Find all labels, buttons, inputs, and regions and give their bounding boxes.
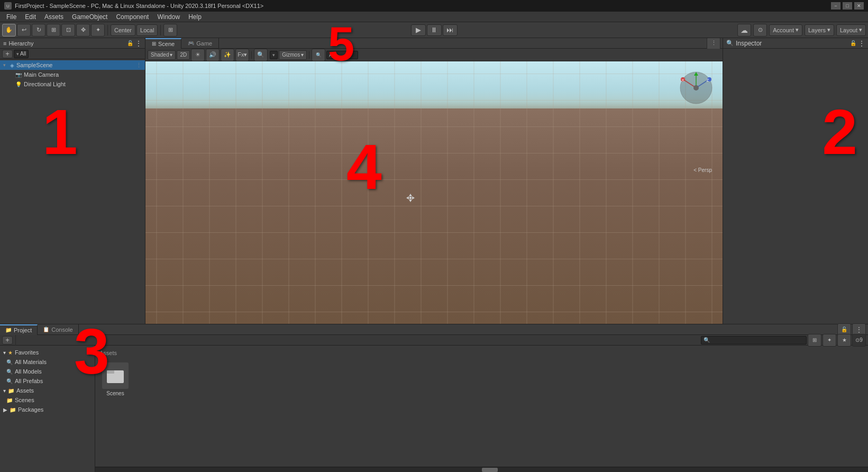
scene-toolbar: Shaded ▾ 2D ☀ 🔊 ✨ Fx▾ 🔍 ▾ Gizmos bbox=[145, 49, 723, 61]
maximize-button[interactable]: □ bbox=[843, 2, 852, 10]
all-models-label: All Models bbox=[15, 368, 42, 375]
project-add-btn[interactable]: + bbox=[2, 336, 13, 344]
toolbar-local-toggle[interactable]: Local bbox=[136, 24, 158, 36]
assets-scrollbar[interactable] bbox=[95, 467, 868, 472]
hierarchy-add-btn[interactable]: + bbox=[2, 50, 13, 58]
hierarchy-item-samplescene[interactable]: ▾ ◈ SampleScene ⋮ bbox=[0, 60, 145, 70]
menu-file[interactable]: File bbox=[2, 12, 21, 22]
account-label: Account bbox=[773, 27, 794, 33]
tab-console[interactable]: 📋 Console bbox=[38, 324, 78, 335]
search-materials-icon: 🔍 bbox=[6, 359, 13, 365]
step-button[interactable]: ⏭ bbox=[443, 24, 458, 36]
move-indicator bbox=[405, 193, 416, 205]
label-2: 2 bbox=[822, 95, 857, 168]
svg-text:Z: Z bbox=[707, 78, 709, 83]
inspector-more-icon[interactable]: ⋮ bbox=[858, 40, 865, 47]
hierarchy-panel: ≡ Hierarchy 🔓 ⋮ + ▾ All ▾ ◈ SampleScene … bbox=[0, 38, 145, 324]
audio-btn[interactable]: 🔊 bbox=[206, 49, 220, 61]
project-search-settings[interactable]: ⊞ bbox=[808, 334, 821, 347]
menu-help[interactable]: Help bbox=[184, 12, 206, 22]
gizmos-btn[interactable]: Gizmos ▾ bbox=[279, 50, 307, 60]
fx-dropdown[interactable]: Fx▾ bbox=[235, 49, 249, 61]
close-button[interactable]: ✕ bbox=[854, 2, 864, 10]
toolbar-hand-tool[interactable]: ✋ bbox=[2, 24, 16, 37]
scene-more-btn[interactable]: ⋮ bbox=[707, 38, 720, 50]
svg-point-9 bbox=[693, 85, 699, 90]
menu-component[interactable]: Component bbox=[112, 12, 153, 22]
tree-item-assets[interactable]: ▾ 📁 Assets bbox=[0, 386, 95, 395]
hierarchy-lock-icon: 🔓 bbox=[127, 40, 133, 46]
bottom-content: ▾ ★ Favorites 🔍 All Materials 🔍 All Mode… bbox=[0, 346, 868, 472]
toolbar-rect-tool[interactable]: ⊡ bbox=[61, 24, 75, 37]
search-icon-btn[interactable]: 🔍 bbox=[312, 49, 325, 61]
tree-item-all-materials[interactable]: 🔍 All Materials bbox=[0, 357, 95, 367]
bottom-tb-sep bbox=[15, 335, 16, 346]
hierarchy-item-directionallight[interactable]: 💡 Directional Light bbox=[0, 79, 145, 89]
project-favorites-btn[interactable]: ★ bbox=[837, 334, 851, 347]
inspector-lock-icon[interactable]: 🔓 bbox=[850, 40, 856, 46]
shading-mode-btn[interactable]: Shaded ▾ bbox=[148, 50, 176, 60]
tree-item-scenes[interactable]: 📁 Scenes bbox=[0, 395, 95, 405]
layout-dropdown[interactable]: Layout ▾ bbox=[836, 24, 866, 36]
hierarchy-more-icon[interactable]: ⋮ bbox=[135, 40, 142, 47]
project-assets-area: Assets Scenes bbox=[95, 346, 868, 467]
center-panel: ⊞ Scene 🎮 Game ⋮ Shaded ▾ 2D bbox=[145, 38, 723, 324]
tree-item-all-models[interactable]: 🔍 All Models bbox=[0, 367, 95, 376]
lighting-btn[interactable]: ☀ bbox=[191, 49, 205, 61]
expand-icon: ▾ bbox=[3, 62, 8, 68]
menu-bar: File Edit Assets GameObject Component Wi… bbox=[0, 12, 868, 22]
effects-btn[interactable]: ✨ bbox=[221, 49, 234, 61]
console-tab-icon: 📋 bbox=[43, 326, 49, 332]
main-toolbar: ✋ ↩ ↻ ⊞ ⊡ ✥ ✦ Center Local ⊞ ▶ ⏸ ⏭ 5 ☁ ⊙… bbox=[0, 22, 868, 38]
all-prefabs-label: All Prefabs bbox=[15, 378, 43, 384]
tab-scene[interactable]: ⊞ Scene bbox=[145, 38, 181, 49]
scene-toolbar-sep1 bbox=[251, 51, 252, 59]
search-scene-btn[interactable]: 🔍 bbox=[254, 49, 268, 61]
menu-assets[interactable]: Assets bbox=[40, 12, 68, 22]
app-icon: U bbox=[4, 2, 12, 10]
inspector-header: 🔍 Inspector 🔓 ⋮ bbox=[723, 38, 868, 49]
project-filter-btn[interactable]: ✦ bbox=[823, 334, 836, 347]
toolbar-custom-tool[interactable]: ✦ bbox=[91, 24, 105, 37]
all-materials-label: All Materials bbox=[15, 359, 47, 365]
project-search-input[interactable] bbox=[701, 336, 807, 344]
tree-item-all-prefabs[interactable]: 🔍 All Prefabs bbox=[0, 376, 95, 386]
toolbar-center-toggle[interactable]: Center bbox=[111, 24, 135, 36]
collab-icon[interactable]: ☁ bbox=[737, 24, 751, 37]
account-dropdown[interactable]: Account ▾ bbox=[769, 24, 802, 36]
toolbar-scale-tool[interactable]: ⊞ bbox=[47, 24, 60, 37]
play-button[interactable]: ▶ bbox=[411, 24, 426, 36]
layers-dropdown[interactable]: Layers ▾ bbox=[805, 24, 834, 36]
asset-item-scenes[interactable]: Scenes bbox=[99, 362, 131, 396]
toolbar-move-tool[interactable]: ↩ bbox=[17, 24, 31, 37]
scene-options[interactable]: ⋮ bbox=[136, 62, 142, 69]
tab-game[interactable]: 🎮 Game bbox=[181, 38, 219, 49]
hierarchy-filter-icon: ▾ bbox=[16, 51, 19, 57]
tree-item-favorites[interactable]: ▾ ★ Favorites bbox=[0, 348, 95, 357]
toolbar-grid-btn[interactable]: ⊞ bbox=[163, 24, 177, 37]
menu-edit[interactable]: Edit bbox=[21, 12, 40, 22]
hierarchy-item-maincamera[interactable]: 📷 Main Camera bbox=[0, 70, 145, 79]
services-icon[interactable]: ⊙ bbox=[753, 24, 767, 37]
tab-project[interactable]: 📁 Project bbox=[0, 324, 38, 335]
assets-scrollbar-thumb[interactable] bbox=[482, 468, 498, 472]
orientation-gizmo[interactable]: Z X bbox=[678, 69, 715, 106]
menu-window[interactable]: Window bbox=[153, 12, 184, 22]
project-tab-icon: 📁 bbox=[5, 327, 12, 333]
2d-toggle-btn[interactable]: 2D bbox=[177, 50, 190, 60]
hierarchy-camera-label: Main Camera bbox=[24, 71, 59, 78]
shading-chevron: ▾ bbox=[170, 52, 172, 58]
packages-folder-icon: 📁 bbox=[10, 407, 16, 413]
menu-gameobject[interactable]: GameObject bbox=[68, 12, 112, 22]
toolbar-rotate-tool[interactable]: ↻ bbox=[32, 24, 45, 37]
hierarchy-toolbar: + ▾ All bbox=[0, 49, 145, 59]
minimize-button[interactable]: − bbox=[831, 2, 840, 10]
pause-button[interactable]: ⏸ bbox=[427, 24, 442, 36]
scenes-folder-icon: 📁 bbox=[6, 397, 13, 403]
hierarchy-content: ▾ ◈ SampleScene ⋮ 📷 Main Camera 💡 Direct… bbox=[0, 59, 145, 324]
toolbar-transform-tool[interactable]: ✥ bbox=[76, 24, 90, 37]
tree-item-packages[interactable]: ▶ 📁 Packages bbox=[0, 405, 95, 414]
window-title: FirstProject - SampleScene - PC, Mac & L… bbox=[15, 3, 831, 9]
assets-expand-icon: ▾ bbox=[3, 388, 6, 394]
layers-chevron: ▾ bbox=[827, 26, 830, 33]
